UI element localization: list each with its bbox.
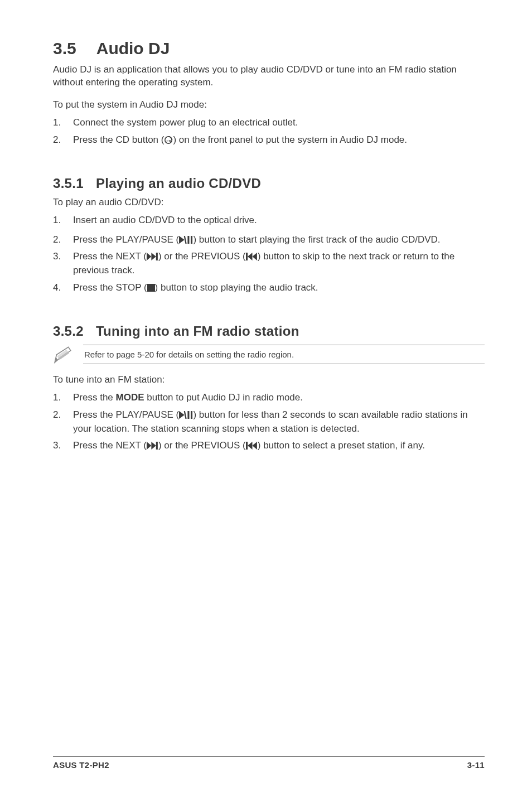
lead-2: To tune into an FM station: — [53, 374, 485, 385]
step-1-1: 1. Insert an audio CD/DVD to the optical… — [53, 214, 485, 228]
step-text: Press the PLAY/PAUSE () button to start … — [73, 233, 485, 247]
footer-product: ASUS T2-PH2 — [53, 760, 109, 770]
text-part: Press the NEXT ( — [73, 251, 147, 262]
section-number: 3.5.2 — [53, 323, 84, 339]
play-pause-icon — [179, 411, 193, 419]
footer-page-number: 3-11 — [467, 760, 485, 770]
list-number: 3. — [53, 439, 73, 453]
list-number: 2. — [53, 233, 73, 247]
list-number: 3. — [53, 250, 73, 277]
text-part: ) or the PREVIOUS ( — [158, 440, 246, 451]
next-icon — [147, 253, 158, 260]
steps-0: 1. Connect the system power plug to an e… — [53, 116, 485, 147]
step-2-1: 1. Press the MODE button to put Audio DJ… — [53, 391, 485, 405]
step-text: Press the MODE button to put Audio DJ in… — [73, 391, 485, 405]
step-2-3: 3. Press the NEXT () or the PREVIOUS () … — [53, 439, 485, 453]
note-text: Refer to page 5-20 for details on settin… — [83, 345, 485, 364]
step-text: Press the NEXT () or the PREVIOUS () but… — [73, 250, 485, 277]
text-part: Press the PLAY/PAUSE ( — [73, 234, 179, 245]
step-text: Press the PLAY/PAUSE () button for less … — [73, 408, 485, 436]
section-number: 3.5.1 — [53, 176, 84, 191]
step-1-3: 3. Press the NEXT () or the PREVIOUS () … — [53, 250, 485, 277]
step-0-1: 1. Connect the system power plug to an e… — [53, 116, 485, 130]
text-part: Press the STOP ( — [73, 282, 147, 293]
note-icon-container — [53, 346, 79, 364]
step-1-2: 2. Press the PLAY/PAUSE () button to sta… — [53, 233, 485, 247]
note-box: Refer to page 5-20 for details on settin… — [53, 345, 485, 364]
steps-2: 1. Press the MODE button to put Audio DJ… — [53, 391, 485, 453]
step-text: Insert an audio CD/DVD to the optical dr… — [73, 214, 485, 228]
text-part: Press the PLAY/PAUSE ( — [73, 409, 179, 420]
list-number: 2. — [53, 133, 73, 147]
text-part: Press the CD button ( — [73, 134, 164, 145]
stop-icon — [147, 284, 155, 292]
lead-0: To put the system in Audio DJ mode: — [53, 99, 485, 110]
list-number: 1. — [53, 391, 73, 405]
text-part: ) button to select a preset station, if … — [258, 440, 425, 451]
section-heading-2: 3.5.2Tuning into an FM radio station — [53, 323, 485, 339]
cd-icon — [164, 136, 173, 144]
previous-icon — [246, 442, 258, 450]
mode-label: MODE — [116, 392, 144, 403]
list-number: 1. — [53, 214, 73, 228]
title-number: 3.5 — [53, 39, 76, 58]
text-part: ) button to start playing the first trac… — [193, 234, 440, 245]
step-2-2: 2. Press the PLAY/PAUSE () button for le… — [53, 408, 485, 436]
play-pause-icon — [179, 236, 193, 244]
next-icon — [147, 442, 158, 450]
list-number: 1. — [53, 116, 73, 130]
list-number: 2. — [53, 408, 73, 436]
text-part: ) button to stop playing the audio track… — [155, 282, 318, 293]
title-text: Audio DJ — [96, 39, 170, 57]
step-text: Press the NEXT () or the PREVIOUS () but… — [73, 439, 485, 453]
step-text: Press the STOP () button to stop playing… — [73, 281, 485, 295]
text-part: ) or the PREVIOUS ( — [158, 251, 246, 262]
text-part: button to put Audio DJ in radio mode. — [144, 392, 303, 403]
page-title: 3.5Audio DJ — [53, 39, 485, 58]
previous-icon — [246, 253, 258, 260]
text-part: Press the NEXT ( — [73, 440, 147, 451]
section-title: Tuning into an FM radio station — [96, 323, 299, 339]
step-text: Press the CD button () on the front pane… — [73, 133, 485, 147]
text-part: Press the — [73, 392, 116, 403]
text-part: ) on the front panel to put the system i… — [173, 134, 407, 145]
list-number: 4. — [53, 281, 73, 295]
section-title: Playing an audio CD/DVD — [96, 176, 261, 191]
lead-1: To play an audio CD/DVD: — [53, 197, 485, 208]
steps-1: 1. Insert an audio CD/DVD to the optical… — [53, 214, 485, 294]
section-heading-1: 3.5.1Playing an audio CD/DVD — [53, 176, 485, 191]
step-text: Connect the system power plug to an elec… — [73, 116, 485, 130]
page-footer: ASUS T2-PH2 3-11 — [53, 756, 485, 770]
step-1-4: 4. Press the STOP () button to stop play… — [53, 281, 485, 295]
step-0-2: 2. Press the CD button () on the front p… — [53, 133, 485, 147]
intro-paragraph: Audio DJ is an application that allows y… — [53, 64, 485, 89]
pencil-icon — [53, 346, 73, 364]
